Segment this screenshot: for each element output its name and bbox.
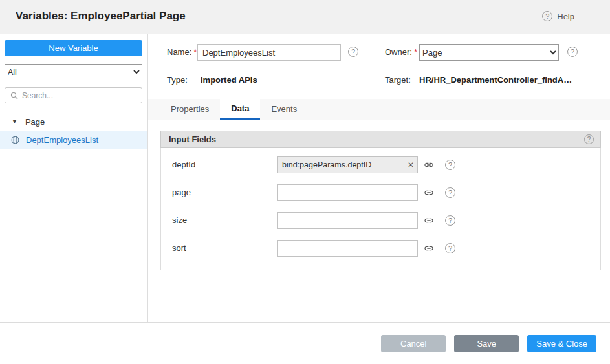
tab-data[interactable]: Data — [220, 99, 260, 120]
input-fields-panel: Input Fields ? deptId ✕ ? — [160, 131, 601, 270]
field-label: sort — [161, 243, 277, 253]
target-label: Target: — [385, 75, 411, 85]
sidebar: New Variable All ▼ Page — [0, 34, 148, 322]
tab-events[interactable]: Events — [260, 99, 308, 120]
clear-binding-icon[interactable]: ✕ — [408, 160, 414, 170]
tree-group-page[interactable]: ▼ Page — [0, 112, 147, 131]
field-row-size: size ? — [161, 206, 600, 234]
input-fields-help-icon[interactable]: ? — [584, 134, 594, 144]
field-row-deptid: deptId ✕ ? — [161, 151, 600, 178]
tree-item-label: DeptEmployeesList — [26, 135, 98, 145]
input-fields-body: deptId ✕ ? page — [160, 148, 601, 270]
bind-link-icon[interactable] — [424, 160, 434, 170]
input-fields-title: Input Fields — [169, 134, 216, 144]
page-input[interactable] — [277, 184, 418, 201]
field-label: page — [161, 187, 277, 197]
input-fields-header: Input Fields ? — [160, 131, 601, 148]
tab-bar: Properties Data Events — [148, 99, 610, 120]
type-label: Type: — [167, 75, 188, 85]
caret-down-icon: ▼ — [12, 118, 17, 125]
bind-link-icon[interactable] — [424, 187, 434, 198]
bind-link-icon[interactable] — [424, 215, 434, 226]
field-label: deptId — [161, 160, 277, 169]
save-button[interactable]: Save — [454, 335, 519, 352]
tree-item-deptemployeeslist[interactable]: DeptEmployeesList — [0, 131, 147, 149]
cancel-button[interactable]: Cancel — [381, 335, 446, 352]
page-title: Variables: EmployeePartial Page — [16, 10, 186, 23]
required-asterisk: * — [414, 47, 417, 57]
bind-link-icon[interactable] — [424, 243, 434, 253]
deptid-input[interactable] — [277, 156, 418, 173]
help-button[interactable]: ? Help — [542, 11, 574, 21]
help-icon: ? — [542, 11, 552, 21]
variable-tree: ▼ Page DeptEmployeesList — [0, 112, 147, 149]
owner-label: Owner:* — [385, 47, 417, 57]
new-variable-button[interactable]: New Variable — [5, 40, 142, 56]
save-and-close-button[interactable]: Save & Close — [527, 335, 596, 352]
search-input[interactable] — [22, 91, 136, 100]
help-label: Help — [557, 12, 574, 21]
main-content: Name:* ? Owner:* Page ? Type: Imported A… — [148, 34, 610, 322]
name-help-icon[interactable]: ? — [348, 47, 358, 57]
field-row-sort: sort ? — [161, 234, 600, 262]
variable-filter-select[interactable]: All — [5, 64, 142, 80]
sort-input[interactable] — [277, 240, 418, 257]
type-value: Imported APIs — [201, 75, 257, 85]
dialog-header: Variables: EmployeePartial Page ? Help — [0, 0, 610, 34]
search-box[interactable] — [5, 87, 142, 103]
search-icon — [10, 92, 18, 100]
field-label: size — [161, 215, 277, 225]
owner-select[interactable]: Page — [419, 44, 559, 61]
tree-group-label: Page — [25, 117, 45, 127]
field-help-icon[interactable]: ? — [445, 243, 455, 253]
size-input[interactable] — [277, 212, 418, 229]
name-input[interactable] — [197, 44, 341, 61]
tab-properties[interactable]: Properties — [160, 99, 220, 120]
owner-help-icon[interactable]: ? — [567, 47, 578, 57]
name-label: Name:* — [167, 47, 197, 57]
dialog-footer: Cancel Save Save & Close — [0, 322, 610, 364]
field-help-icon[interactable]: ? — [445, 187, 455, 198]
required-asterisk: * — [193, 47, 197, 57]
target-value: HR/HR_DepartmentController_findAss… — [419, 75, 574, 85]
field-row-page: page ? — [161, 178, 600, 206]
field-help-icon[interactable]: ? — [445, 215, 455, 226]
variables-dialog: Variables: EmployeePartial Page ? Help N… — [0, 0, 610, 364]
service-variable-icon — [11, 136, 19, 144]
field-help-icon[interactable]: ? — [445, 160, 455, 170]
